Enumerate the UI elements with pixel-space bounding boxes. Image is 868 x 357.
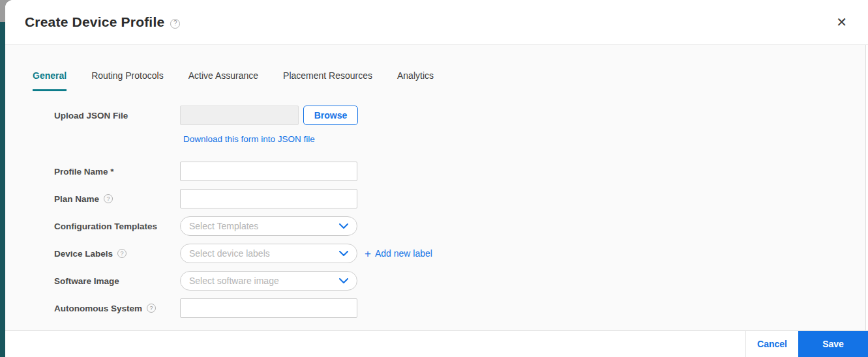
tab-bar: General Routing Protocols Active Assuran… [33,70,868,91]
add-new-label-text: Add new label [375,248,432,259]
modal-body: General Routing Protocols Active Assuran… [5,45,868,330]
add-new-label-button[interactable]: + Add new label [365,248,432,259]
form-row-software-image: Software Image Select software image [54,271,868,291]
download-link-row: Download this form into JSON file [183,133,868,145]
chevron-down-icon [339,223,348,229]
create-device-profile-modal: Create Device Profile ? ✕ General Routin… [5,0,868,357]
tab-active-assurance[interactable]: Active Assurance [188,70,258,91]
field-label-text: Software Image [54,276,119,286]
select-placeholder: Select Templates [189,221,339,231]
field-label: Configuration Templates [54,221,180,231]
profile-name-input[interactable] [180,162,357,181]
software-image-select[interactable]: Select software image [180,271,357,291]
modal-footer: Cancel Save [5,330,868,357]
page-title: Create Device Profile [25,14,164,30]
field-label: Software Image [54,276,180,286]
form-row-plan-name: Plan Name ? [54,189,868,208]
field-label: Profile Name * [54,167,180,177]
help-icon[interactable]: ? [117,249,127,258]
chevron-down-icon [339,251,348,256]
background-top-strip [0,0,5,22]
tab-routing-protocols[interactable]: Routing Protocols [91,70,164,91]
select-placeholder: Select device labels [189,248,339,259]
field-label-text: Upload JSON File [54,111,128,121]
tab-placement-resources[interactable]: Placement Resources [283,70,372,91]
field-label-text: Autonomous System [54,304,142,313]
scrollbar[interactable] [865,45,868,330]
device-labels-select[interactable]: Select device labels [180,244,357,263]
modal-header: Create Device Profile ? ✕ [5,0,868,45]
chevron-down-icon [339,278,348,283]
autonomous-system-input[interactable] [180,298,357,318]
configuration-templates-select[interactable]: Select Templates [180,216,357,236]
form-row-autonomous-system: Autonomous System ? [54,298,868,318]
select-placeholder: Select software image [189,276,339,286]
background-sidebar-strip [0,0,5,357]
upload-json-file-input [180,106,299,125]
field-label-text: Device Labels [54,249,113,259]
tab-analytics[interactable]: Analytics [397,70,434,91]
field-label-text: Plan Name [54,194,99,204]
help-icon[interactable]: ? [104,194,113,203]
form-row-upload: Upload JSON File Browse [54,106,868,125]
save-button[interactable]: Save [798,331,868,357]
field-label: Device Labels ? [54,249,180,259]
field-label: Upload JSON File [54,111,180,121]
help-icon[interactable]: ? [147,304,156,313]
download-json-link[interactable]: Download this form into JSON file [183,134,315,144]
close-icon[interactable]: ✕ [833,13,850,31]
field-label-text: Profile Name * [54,167,114,177]
form-row-trust: Trust ? [54,326,868,330]
plus-icon: + [365,248,371,259]
plan-name-input[interactable] [180,189,357,208]
field-label: Plan Name ? [54,194,180,204]
form-row-profile-name: Profile Name * [54,162,868,181]
help-icon[interactable]: ? [170,19,180,29]
form-row-device-labels: Device Labels ? Select device labels + A… [54,244,868,263]
general-form: Upload JSON File Browse Download this fo… [54,106,868,330]
field-label: Autonomous System ? [54,304,180,313]
field-label-text: Configuration Templates [54,221,157,231]
cancel-button[interactable]: Cancel [745,331,798,357]
form-row-configuration-templates: Configuration Templates Select Templates [54,216,868,236]
browse-button[interactable]: Browse [303,106,358,125]
tab-general[interactable]: General [33,70,67,91]
